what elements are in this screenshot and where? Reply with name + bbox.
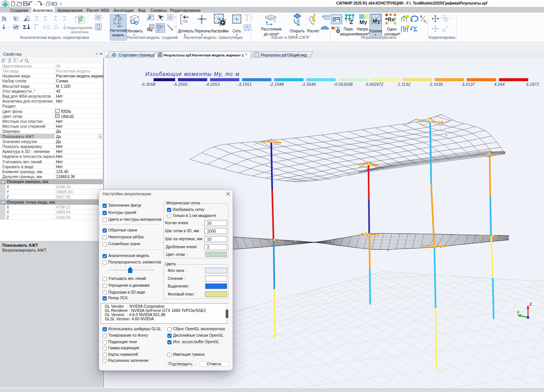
svg-text:C,C: C,C — [43, 25, 50, 29]
svg-text:Σ: Σ — [23, 24, 27, 30]
svg-text:s: s — [426, 21, 427, 24]
svg-text:My: My — [359, 19, 367, 25]
svg-text:-2.1048: -2.1048 — [270, 82, 284, 87]
svg-text:-0.063058: -0.063058 — [334, 82, 353, 87]
svg-text:Изгибающие моменты My, тс·м: Изгибающие моменты My, тс·м — [145, 71, 240, 77]
svg-text:-5.2556: -5.2556 — [173, 82, 188, 87]
svg-text:4.264: 4.264 — [494, 82, 505, 87]
svg-text:3.2137: 3.2137 — [462, 82, 475, 87]
svg-text:0.062972: 0.062972 — [366, 82, 383, 87]
svg-text:2.1635: 2.1635 — [430, 82, 443, 87]
svg-text:Rx: Rx — [388, 16, 395, 22]
svg-text:1.1132: 1.1132 — [398, 82, 411, 87]
svg-text:№: № — [2, 16, 6, 20]
svg-text:Z: Z — [530, 302, 532, 307]
svg-text:T: T — [158, 26, 160, 28]
svg-text:-1.0546: -1.0546 — [302, 82, 316, 87]
svg-text:Z: Z — [350, 19, 353, 25]
svg-text:-6.3058: -6.3058 — [141, 82, 156, 87]
svg-text:Σ: Σ — [413, 26, 417, 33]
svg-text:-3.1551: -3.1551 — [237, 82, 252, 87]
svg-text:-4.2053: -4.2053 — [205, 82, 220, 87]
svg-text:A: A — [420, 14, 423, 19]
svg-text:6.2972: 6.2972 — [526, 82, 539, 87]
svg-text:My: My — [372, 18, 380, 24]
svg-text:X: X — [517, 310, 520, 315]
